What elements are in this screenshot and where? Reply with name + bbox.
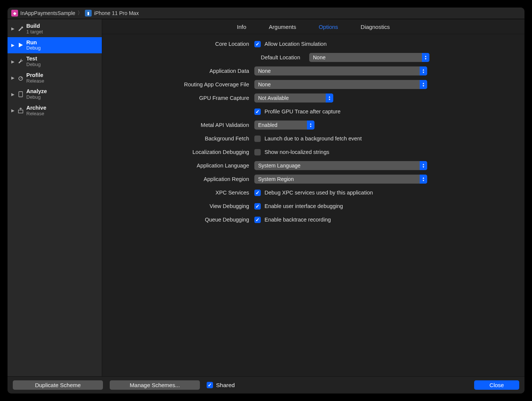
default-location-value: None: [313, 54, 325, 60]
label-metal-validation: Metal API Validation: [113, 122, 254, 128]
background-fetch-checkbox[interactable]: [254, 136, 261, 142]
application-language-select[interactable]: System Language: [254, 161, 427, 170]
breadcrumb-scheme[interactable]: InAppPaymentsSample: [20, 10, 75, 16]
bottom-bar: Duplicate Scheme Manage Schemes... Share…: [8, 376, 524, 393]
routing-file-select[interactable]: None: [254, 80, 427, 89]
label-background-fetch: Background Fetch: [113, 136, 254, 142]
localization-debugging-checkbox[interactable]: [254, 149, 261, 155]
scheme-editor-window: ◆ InAppPaymentsSample 〉 ▮ iPhone 11 Pro …: [8, 8, 524, 393]
sidebar-item-build[interactable]: ▶ Build 1 target: [8, 21, 102, 37]
device-icon: ▮: [85, 10, 92, 17]
application-data-select[interactable]: None: [254, 66, 427, 75]
metal-validation-value: Enabled: [258, 122, 277, 128]
disclosure-icon: ▶: [11, 92, 15, 97]
sidebar-item-sub: 1 target: [26, 29, 43, 35]
application-language-value: System Language: [258, 163, 301, 169]
tab-arguments[interactable]: Arguments: [269, 24, 296, 30]
metal-validation-select[interactable]: Enabled: [254, 121, 314, 130]
manage-schemes-button[interactable]: Manage Schemes...: [110, 380, 200, 390]
label-gpu-frame-capture: GPU Frame Capture: [113, 95, 254, 101]
application-region-select[interactable]: System Region: [254, 175, 427, 184]
disclosure-icon: ▶: [11, 108, 15, 113]
queue-debugging-text: Enable backtrace recording: [264, 217, 331, 223]
label-application-language: Application Language: [113, 163, 254, 169]
chevron-updown-icon: [420, 80, 427, 89]
chevron-updown-icon: [420, 175, 427, 184]
label-application-data: Application Data: [113, 68, 254, 74]
tab-diagnostics[interactable]: Diagnostics: [361, 24, 390, 30]
label-default-location: Default Location: [254, 54, 305, 60]
hammer-icon: [17, 26, 24, 32]
sidebar-item-label: Run: [26, 39, 41, 46]
queue-debugging-checkbox[interactable]: [254, 217, 261, 223]
sidebar-item-label: Build: [26, 23, 43, 29]
document-icon: [17, 91, 24, 98]
chevron-updown-icon: [326, 93, 333, 103]
tab-options[interactable]: Options: [319, 24, 338, 30]
sidebar-item-analyze[interactable]: ▶ Analyze Debug: [8, 86, 102, 103]
sidebar-item-run[interactable]: ▶ Run Debug: [8, 37, 102, 54]
sidebar-item-label: Test: [26, 56, 41, 62]
shared-label: Shared: [216, 382, 235, 389]
chevron-updown-icon: [420, 66, 427, 75]
sidebar-item-test[interactable]: ▶ Test Debug: [8, 53, 102, 70]
duplicate-scheme-button[interactable]: Duplicate Scheme: [13, 380, 103, 390]
scheme-icon: ◆: [11, 10, 18, 17]
disclosure-icon: ▶: [11, 75, 15, 80]
default-location-select[interactable]: None: [309, 53, 429, 62]
sidebar-item-profile[interactable]: ▶ Profile Release: [8, 70, 102, 86]
svg-rect-2: [18, 110, 23, 113]
localization-debugging-text: Show non-localized strings: [264, 149, 329, 155]
options-form: Core Location Allow Location Simulation …: [102, 34, 524, 376]
sidebar-item-archive[interactable]: ▶ Archive Release: [8, 103, 102, 119]
label-localization-debugging: Localization Debugging: [113, 149, 254, 155]
svg-rect-1: [19, 92, 23, 97]
application-region-value: System Region: [258, 176, 294, 182]
sidebar: ▶ Build 1 target ▶ Run Debug: [8, 19, 102, 376]
disclosure-icon: ▶: [11, 26, 15, 31]
profile-gpu-trace-checkbox[interactable]: [254, 109, 261, 115]
sidebar-item-label: Archive: [26, 105, 46, 111]
sidebar-item-label: Profile: [26, 72, 44, 78]
disclosure-icon: ▶: [11, 59, 15, 64]
label-view-debugging: View Debugging: [113, 203, 254, 209]
sidebar-item-label: Analyze: [26, 88, 47, 95]
chevron-updown-icon: [420, 161, 427, 170]
chevron-updown-icon: [422, 53, 429, 62]
play-icon: [17, 42, 24, 48]
label-routing-file: Routing App Coverage File: [113, 81, 254, 87]
label-xpc-services: XPC Services: [113, 190, 254, 196]
label-core-location: Core Location: [113, 41, 254, 47]
tab-bar: Info Arguments Options Diagnostics: [102, 19, 524, 34]
disclosure-icon: ▶: [11, 43, 15, 48]
xpc-services-checkbox[interactable]: [254, 190, 261, 196]
tab-info[interactable]: Info: [237, 24, 246, 30]
shared-checkbox[interactable]: [207, 382, 213, 388]
wrench-icon: [17, 58, 24, 65]
routing-file-value: None: [258, 81, 271, 87]
allow-location-simulation-checkbox[interactable]: [254, 41, 261, 47]
breadcrumb-separator: 〉: [77, 10, 83, 17]
sidebar-item-sub: Release: [26, 78, 44, 84]
breadcrumb-device[interactable]: iPhone 11 Pro Max: [94, 10, 139, 16]
label-queue-debugging: Queue Debugging: [113, 217, 254, 223]
close-button[interactable]: Close: [474, 380, 519, 390]
sidebar-item-sub: Debug: [26, 95, 47, 100]
view-debugging-text: Enable user interface debugging: [264, 203, 343, 209]
content-area: Info Arguments Options Diagnostics Core …: [102, 19, 524, 376]
sidebar-item-sub: Debug: [26, 62, 41, 68]
application-data-value: None: [258, 68, 271, 74]
view-debugging-checkbox[interactable]: [254, 203, 261, 210]
label-application-region: Application Region: [113, 176, 254, 182]
gpu-frame-capture-value: Not Available: [258, 95, 289, 101]
gauge-icon: [17, 75, 24, 81]
breadcrumb: ◆ InAppPaymentsSample 〉 ▮ iPhone 11 Pro …: [8, 8, 524, 19]
sidebar-item-sub: Release: [26, 111, 46, 117]
profile-gpu-trace-text: Profile GPU Trace after capture: [264, 109, 340, 115]
background-fetch-text: Launch due to a background fetch event: [264, 136, 362, 142]
gpu-frame-capture-select[interactable]: Not Available: [254, 93, 333, 103]
chevron-updown-icon: [307, 121, 314, 130]
allow-location-simulation-text: Allow Location Simulation: [264, 41, 326, 47]
xpc-services-text: Debug XPC services used by this applicat…: [264, 190, 373, 196]
sidebar-item-sub: Debug: [26, 45, 41, 51]
